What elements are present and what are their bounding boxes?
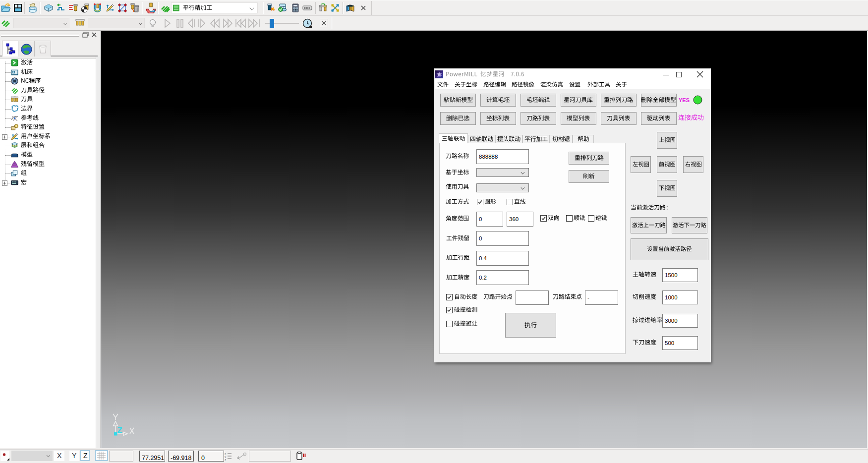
svg-text:z: z xyxy=(225,458,226,461)
